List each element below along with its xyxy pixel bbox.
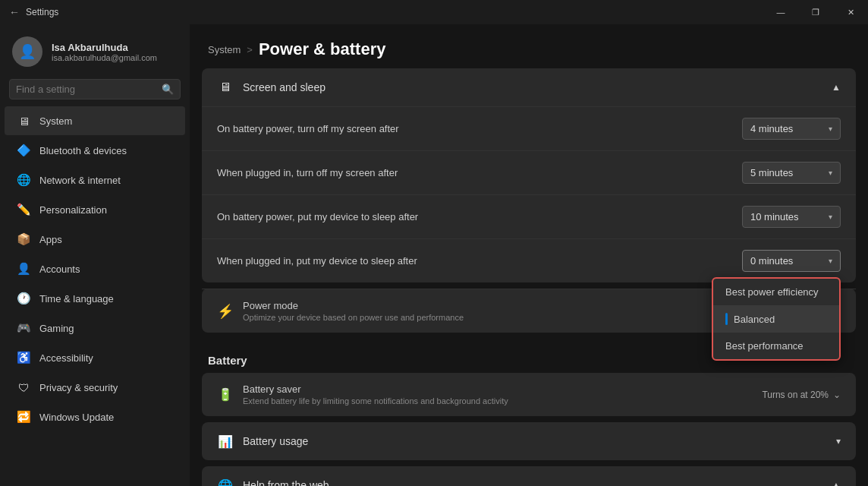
breadcrumb-parent: System [208,44,241,55]
minimize-button[interactable]: — [763,0,798,24]
search-input[interactable] [16,84,162,95]
sidebar-item-accessibility[interactable]: ♿Accessibility [5,343,185,372]
sidebar-item-system[interactable]: 🖥System [5,106,185,135]
search-box[interactable]: 🔍 [9,79,181,99]
row-label-2: When plugged in, turn off my screen afte… [217,167,398,178]
battery-saver-status[interactable]: Turns on at 20% ⌄ [762,390,841,400]
sleep-plugged-container: 0 minutes ▾ Best power efficiency Balanc… [742,250,841,272]
screen-battery-dropdown[interactable]: 4 minutes ▾ [742,118,841,140]
sidebar: 👤 Isa Akbarulhuda isa.akbarulhuda@gmail.… [0,24,190,486]
nav-item-label: Windows Update [39,412,114,423]
sidebar-item-bluetooth--devices[interactable]: 🔷Bluetooth & devices [5,136,185,165]
window-controls: — ❐ ✕ [763,0,868,24]
dropdown-option-balanced[interactable]: Balanced [713,305,839,333]
avatar-icon: 👤 [19,43,36,60]
app-body: 👤 Isa Akbarulhuda isa.akbarulhuda@gmail.… [0,24,868,486]
option-label: Best performance [725,340,804,352]
sidebar-item-accounts[interactable]: 👤Accounts [5,254,185,283]
battery-usage-chevron: ▾ [836,436,841,447]
nav-icon: 🔁 [17,410,30,424]
help-header[interactable]: 🌐 Help from the web ▲ [202,466,856,486]
search-icon: 🔍 [162,84,174,95]
maximize-button[interactable]: ❐ [798,0,833,24]
battery-saver-text: Battery saver Extend battery life by lim… [243,383,508,406]
table-row: When plugged in, put my device to sleep … [202,238,856,282]
nav-list: 🖥System🔷Bluetooth & devices🌐Network & in… [0,106,190,432]
app-title: Settings [26,7,58,17]
power-mode-label: Power mode [243,300,464,311]
help-section: 🌐 Help from the web ▲ Adjusting power an… [202,466,856,486]
sidebar-item-personalization[interactable]: ✏️Personalization [5,195,185,224]
nav-item-label: Accessibility [39,352,93,364]
sidebar-item-windows-update[interactable]: 🔁Windows Update [5,402,185,431]
nav-item-label: Gaming [39,323,74,334]
nav-icon: 🕐 [17,292,30,305]
sidebar-item-gaming[interactable]: 🎮Gaming [5,314,185,342]
battery-saver-row: 🔋 Battery saver Extend battery life by l… [202,373,856,416]
battery-usage-label: Battery usage [243,435,308,447]
power-mode-icon: ⚡ [217,303,234,320]
row-label-4: When plugged in, put my device to sleep … [217,255,417,267]
battery-usage-header[interactable]: 📊 Battery usage ▾ [202,422,856,460]
sidebar-item-network--internet[interactable]: 🌐Network & internet [5,166,185,194]
sidebar-item-time--language[interactable]: 🕐Time & language [5,284,185,313]
breadcrumb: System > Power & battery [190,24,868,68]
sidebar-item-apps[interactable]: 📦Apps [5,225,185,254]
nav-icon: 🌐 [17,173,30,187]
nav-icon: 👤 [17,262,30,276]
sleep-battery-dropdown[interactable]: 10 minutes ▾ [742,206,841,228]
nav-icon: 🖥 [17,114,30,128]
breadcrumb-separator: > [247,44,253,55]
back-icon[interactable]: ← [9,6,20,18]
chevron-down-icon: ▾ [829,125,832,133]
section-header-left: 🖥 Screen and sleep [217,79,326,96]
chevron-down-icon: ▾ [829,169,832,177]
battery-saver-icon: 🔋 [217,387,234,403]
battery-saver-sublabel: Extend battery life by limiting some not… [243,396,508,406]
sidebar-item-privacy--security[interactable]: 🛡Privacy & security [5,373,185,402]
power-mode-dropdown-popup: Best power efficiency Balanced Best perf… [712,277,841,361]
content-area: System > Power & battery 🖥 Screen and sl… [190,24,868,486]
screen-battery-value: 4 minutes [750,123,793,134]
nav-item-label: Bluetooth & devices [39,145,127,156]
table-row: On battery power, put my device to sleep… [202,194,856,238]
nav-icon: 📦 [17,232,30,246]
selection-indicator [725,313,728,325]
nav-item-label: Accounts [39,264,80,275]
dropdown-option-best-efficiency[interactable]: Best power efficiency [713,279,839,305]
page-title: Power & battery [259,39,386,59]
chevron-down-icon: ▾ [829,257,832,265]
option-label: Balanced [734,314,775,325]
screen-plugged-value: 5 minutes [750,167,793,178]
nav-icon: 🔷 [17,144,30,157]
user-section: 👤 Isa Akbarulhuda isa.akbarulhuda@gmail.… [0,24,190,76]
power-mode-left: ⚡ Power mode Optimize your device based … [217,300,464,322]
screen-sleep-header[interactable]: 🖥 Screen and sleep ▲ [202,68,856,106]
nav-icon: 🎮 [17,321,30,335]
nav-item-label: Personalization [39,204,107,216]
help-label: Help from the web [243,479,329,486]
option-label: Best power efficiency [725,286,819,298]
screen-plugged-dropdown[interactable]: 5 minutes ▾ [742,162,841,184]
sleep-plugged-dropdown[interactable]: 0 minutes ▾ [742,250,841,272]
nav-icon: 🛡 [17,380,30,394]
battery-saver-section: 🔋 Battery saver Extend battery life by l… [202,373,856,416]
power-mode-sublabel: Optimize your device based on power use … [243,313,464,322]
nav-item-label: Apps [39,234,62,245]
chevron-down-icon: ▾ [829,213,832,221]
battery-usage-section: 📊 Battery usage ▾ [202,422,856,460]
nav-item-label: Network & internet [39,175,121,186]
screen-icon: 🖥 [217,79,234,96]
sleep-plugged-value: 0 minutes [750,255,793,267]
nav-item-label: System [39,115,72,127]
avatar: 👤 [12,36,42,67]
close-button[interactable]: ✕ [833,0,868,24]
table-row: When plugged in, turn off my screen afte… [202,150,856,194]
battery-saver-status-label: Turns on at 20% [762,390,829,400]
nav-icon: ♿ [17,351,30,364]
user-info: Isa Akbarulhuda isa.akbarulhuda@gmail.co… [52,42,157,62]
screen-sleep-label: Screen and sleep [243,81,326,93]
help-icon: 🌐 [217,477,234,486]
dropdown-option-best-performance[interactable]: Best performance [713,333,839,359]
screen-sleep-chevron: ▲ [832,82,841,93]
